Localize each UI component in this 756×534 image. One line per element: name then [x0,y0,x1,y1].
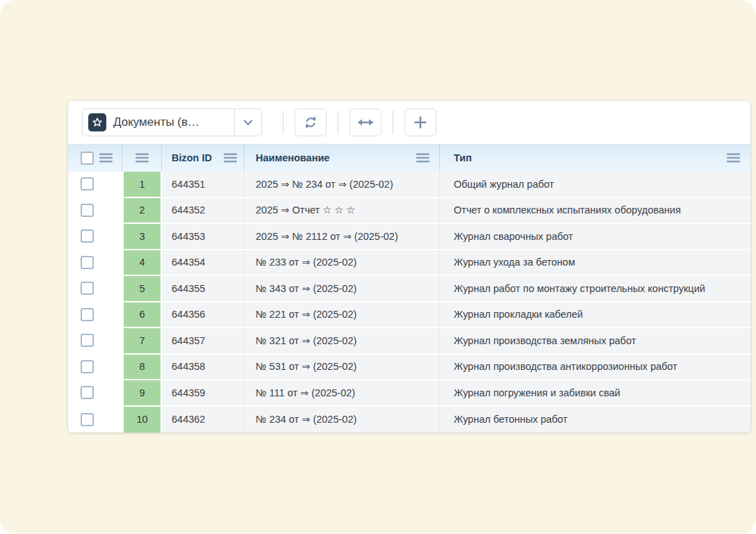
row-number-cell: 3 [122,224,162,249]
column-label: Тип [454,152,472,163]
header-row-number-column[interactable] [122,144,162,172]
row-select-cell [68,302,122,327]
row-number-cell: 1 [122,172,162,197]
resize-columns-button[interactable] [350,108,381,136]
type-cell: Журнал бетонных работ [440,407,750,433]
name-cell: № 343 от ⇒ (2025-02) [245,276,440,301]
header-name-column[interactable]: Наименование [245,144,440,172]
toolbar-separator [393,111,393,134]
row-number-cell: 5 [122,276,162,301]
star-badge-icon [88,113,106,131]
toolbar-separator [338,111,338,134]
bizon-id-cell: 644351 [162,172,245,197]
column-menu-icon[interactable] [416,153,429,163]
table-row[interactable]: 1 644351 2025 ⇒ № 234 от ⇒ (2025-02) Общ… [68,172,750,198]
row-select-cell [68,250,122,275]
row-checkbox[interactable] [81,413,94,426]
page-background: Документы (в… [0,0,756,534]
table-row[interactable]: 7 644357 № 321 от ⇒ (2025-02) Журнал про… [68,328,750,355]
type-cell: Журнал ухода за бетоном [440,250,750,275]
row-select-cell [68,380,122,405]
row-select-cell [68,328,122,353]
name-cell: № 321 от ⇒ (2025-02) [245,328,440,353]
row-number-cell: 7 [122,328,162,353]
header-bizon-id-column[interactable]: Bizon ID [162,144,245,172]
bizon-id-cell: 644357 [162,328,245,353]
row-checkbox[interactable] [81,334,94,347]
bizon-id-cell: 644354 [162,250,245,275]
column-menu-icon[interactable] [727,153,740,163]
type-cell: Журнал работ по монтажу строительных кон… [440,276,750,301]
row-checkbox[interactable] [81,282,94,295]
table-row[interactable]: 3 644353 2025 ⇒ № 2112 от ⇒ (2025-02) Жу… [68,224,750,250]
row-checkbox[interactable] [81,177,94,191]
select-all-checkbox[interactable] [81,152,94,165]
column-menu-icon[interactable] [135,153,149,163]
horizontal-arrows-icon [357,118,374,127]
bizon-id-cell: 644352 [162,198,245,223]
column-label: Наименование [256,152,329,163]
row-select-cell [68,276,122,301]
name-cell: 2025 ⇒ № 234 от ⇒ (2025-02) [245,172,440,197]
table-row[interactable]: 8 644358 № 531 от ⇒ (2025-02) Журнал про… [68,355,750,381]
column-menu-icon[interactable] [224,153,237,163]
row-select-cell [68,198,122,223]
row-checkbox[interactable] [81,360,94,373]
type-cell: Общий журнал работ [440,172,750,197]
table-row[interactable]: 10 644362 № 234 от ⇒ (2025-02) Журнал бе… [68,407,750,433]
row-number-cell: 9 [122,380,162,405]
row-select-cell [68,407,122,433]
type-cell: Журнал прокладки кабелей [440,302,750,327]
toolbar-separator [283,111,284,134]
row-select-cell [68,224,122,249]
plus-icon [414,116,427,129]
type-cell: Журнал производства земляных работ [440,328,750,353]
row-checkbox[interactable] [81,308,94,321]
name-cell: 2025 ⇒ № 2112 от ⇒ (2025-02) [245,224,440,249]
bizon-id-cell: 644362 [162,407,245,433]
bizon-id-cell: 644353 [162,224,245,249]
row-number-cell: 6 [122,302,162,327]
row-select-cell [68,355,122,380]
row-checkbox[interactable] [81,386,94,399]
name-cell: № 531 от ⇒ (2025-02) [245,355,440,380]
add-button[interactable] [404,108,436,136]
row-number-cell: 10 [122,407,162,433]
row-checkbox[interactable] [81,204,94,217]
table-row[interactable]: 6 644356 № 221 от ⇒ (2025-02) Журнал про… [68,302,750,329]
row-checkbox[interactable] [81,256,94,269]
view-selector-dropdown[interactable]: Документы (в… [82,108,262,136]
bizon-id-cell: 644356 [162,302,245,327]
name-cell: № 234 от ⇒ (2025-02) [245,407,440,433]
name-cell: 2025 ⇒ Отчет ☆ ☆ ☆ [245,198,440,223]
refresh-button[interactable] [295,108,327,136]
type-cell: Журнал погружения и забивки свай [440,380,750,405]
table-row[interactable]: 9 644359 № 111 от ⇒ (2025-02) Журнал пог… [68,380,750,407]
table-row[interactable]: 2 644352 2025 ⇒ Отчет ☆ ☆ ☆ Отчет о комп… [68,198,750,225]
column-label: Bizon ID [172,152,212,163]
documents-grid-panel: Документы (в… [68,101,750,432]
row-number-cell: 2 [122,198,162,223]
refresh-icon [303,115,318,130]
bizon-id-cell: 644358 [162,355,245,380]
bizon-id-cell: 644359 [162,380,245,405]
toolbar: Документы (в… [68,101,750,144]
table-row[interactable]: 5 644355 № 343 от ⇒ (2025-02) Журнал раб… [68,276,750,302]
name-cell: № 111 от ⇒ (2025-02) [245,380,440,405]
row-select-cell [68,172,122,197]
name-cell: № 221 от ⇒ (2025-02) [245,302,440,327]
type-cell: Журнал сварочных работ [440,224,750,249]
name-cell: № 233 от ⇒ (2025-02) [245,250,440,275]
view-selector-trigger[interactable] [234,109,261,136]
row-number-cell: 8 [122,355,162,380]
row-number-cell: 4 [122,250,162,275]
table-row[interactable]: 4 644354 № 233 от ⇒ (2025-02) Журнал ухо… [68,250,750,277]
view-selector-label: Документы (в… [113,115,234,129]
type-cell: Журнал производства антикоррозионных раб… [440,355,750,380]
table-body: 1 644351 2025 ⇒ № 234 от ⇒ (2025-02) Общ… [68,172,750,432]
row-checkbox[interactable] [81,229,94,243]
type-cell: Отчет о комплексных испытаниях оборудова… [440,198,750,223]
header-select-column [68,144,122,172]
header-type-column[interactable]: Тип [440,144,750,172]
column-menu-icon[interactable] [99,153,113,163]
